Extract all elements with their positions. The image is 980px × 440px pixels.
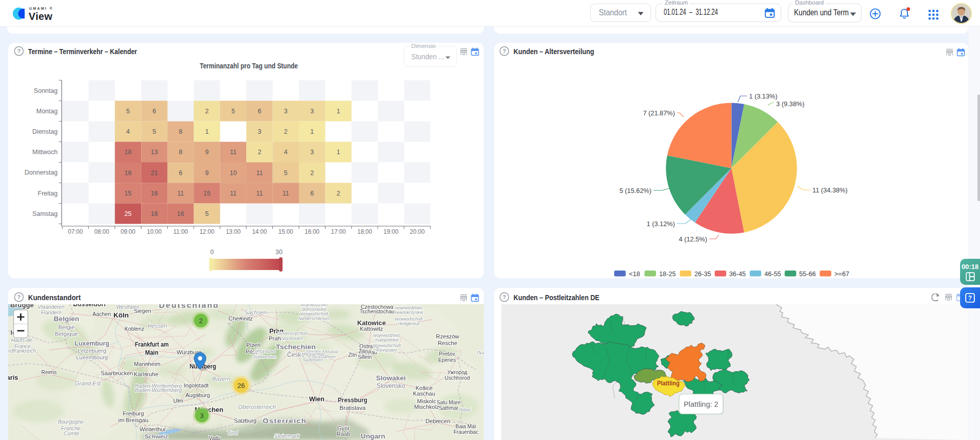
svg-text:Nordosten: Nordosten: [282, 336, 304, 341]
svg-text:21: 21: [151, 169, 158, 177]
svg-text:3: 3: [310, 108, 314, 115]
svg-text:Bourgogne-: Bourgogne-: [58, 419, 85, 425]
svg-text:Terminanzahl pro Tag und Stund: Terminanzahl pro Tag und Stunde: [200, 61, 298, 70]
svg-text:2: 2: [310, 169, 314, 177]
svg-text:30: 30: [275, 249, 283, 256]
svg-text:Uschhorod: Uschhorod: [445, 375, 470, 381]
svg-text:15: 15: [203, 190, 211, 197]
svg-text:Ungarn: Ungarn: [361, 432, 385, 440]
svg-text:Main: Main: [145, 349, 158, 356]
svg-text:Steiermark: Steiermark: [274, 433, 299, 439]
svg-text:Comté: Comté: [64, 431, 79, 436]
svg-text:1 (3.12%): 1 (3.12%): [647, 220, 675, 228]
svg-text:4: 4: [284, 149, 288, 156]
svg-text:Žilina: Žilina: [359, 348, 371, 354]
svg-text:16: 16: [177, 210, 184, 217]
svg-text:11 (34.38%): 11 (34.38%): [812, 186, 848, 194]
svg-text:9: 9: [205, 169, 208, 177]
svg-text:Siegen: Siegen: [134, 308, 151, 314]
svg-text:Luxemburg: Luxemburg: [75, 340, 109, 347]
svg-text:?: ?: [502, 294, 506, 300]
svg-text:16: 16: [125, 169, 132, 177]
svg-text:Baden-Württemberg: Baden-Württemberg: [135, 387, 182, 393]
svg-text:Belgien: Belgien: [54, 315, 79, 323]
svg-text:3: 3: [284, 108, 288, 115]
svg-text:2: 2: [284, 128, 288, 135]
svg-text:Bratislava: Bratislava: [340, 404, 366, 411]
svg-text:13:00: 13:00: [226, 228, 241, 235]
svg-text:Jihozapad: Jihozapad: [253, 349, 276, 354]
svg-text:Freiburg: Freiburg: [123, 410, 144, 417]
svg-text:7 (21.87%): 7 (21.87%): [643, 109, 675, 117]
svg-text:08:00: 08:00: [95, 228, 109, 235]
svg-text:8: 8: [179, 149, 182, 156]
svg-text:11: 11: [256, 169, 263, 177]
svg-text:1: 1: [310, 128, 314, 135]
svg-text:Schweiz: Schweiz: [145, 433, 168, 439]
svg-text:Bayern: Bayern: [212, 376, 230, 382]
svg-text:Kattowitz: Kattowitz: [360, 326, 383, 332]
svg-text:Tschenstochau: Tschenstochau: [360, 309, 394, 314]
svg-text:13: 13: [151, 149, 158, 156]
svg-text:Severovychod: Severovychod: [277, 331, 308, 336]
svg-text:15: 15: [125, 190, 132, 197]
svg-text:Vadu: Vadu: [208, 435, 220, 440]
svg-text:Kleinpolen: Kleinpolen: [376, 348, 397, 353]
svg-text:Letzebuerg: Letzebuerg: [78, 348, 106, 354]
svg-text:Mittwoch: Mittwoch: [32, 149, 57, 156]
svg-text:11: 11: [177, 190, 184, 197]
svg-text:1: 1: [337, 108, 340, 115]
svg-text:Luxembourg: Luxembourg: [76, 354, 108, 360]
svg-text:36-45: 36-45: [729, 270, 746, 278]
svg-text:Baia Mar: Baia Mar: [456, 424, 477, 429]
svg-text:Raab: Raab: [337, 431, 351, 437]
svg-text:Oberosterreich: Oberosterreich: [238, 404, 276, 410]
svg-text:Südosten: Südosten: [302, 357, 322, 362]
svg-text:Samstag: Samstag: [32, 210, 57, 217]
svg-text:Aachen: Aachen: [92, 311, 111, 317]
svg-text:aris: aris: [8, 374, 18, 381]
svg-text:Heiligkreuz: Heiligkreuz: [398, 321, 420, 326]
svg-text:6: 6: [310, 190, 314, 197]
svg-text:10:00: 10:00: [147, 228, 162, 235]
svg-text:Tirol: Tirol: [227, 430, 238, 436]
svg-text:Slovensko: Slovensko: [377, 382, 405, 389]
svg-text:3: 3: [200, 412, 203, 420]
svg-text:Frankfurt am: Frankfurt am: [135, 341, 169, 348]
svg-text:Dienstag: Dienstag: [32, 128, 57, 135]
svg-text:Köln: Köln: [113, 312, 129, 319]
svg-text:Zlín: Zlín: [348, 352, 357, 358]
svg-text:Slowakei: Slowakei: [376, 374, 406, 382]
svg-text:Oblast: Oblast: [457, 407, 471, 412]
svg-text:09:00: 09:00: [121, 228, 135, 235]
svg-text:14:00: 14:00: [252, 228, 267, 235]
svg-text:6: 6: [153, 108, 156, 115]
svg-text:10: 10: [229, 169, 237, 177]
svg-text:11: 11: [256, 190, 263, 197]
svg-text:malopolskie: malopolskie: [375, 337, 399, 343]
svg-text:11:00: 11:00: [173, 228, 188, 235]
svg-text:Resche: Resche: [438, 340, 457, 346]
svg-text:2: 2: [199, 317, 202, 325]
svg-text:6: 6: [258, 108, 261, 115]
svg-text:Niederschlesien: Niederschlesien: [298, 316, 331, 321]
svg-text:Jihovychod: Jihovychod: [300, 352, 325, 357]
svg-text:Brugge: Brugge: [10, 304, 34, 309]
svg-text:swietokrzyskie: swietokrzyskie: [394, 310, 424, 315]
svg-text:Grand Est: Grand Est: [75, 380, 101, 386]
svg-text:16: 16: [151, 210, 158, 217]
svg-text:16: 16: [151, 190, 158, 197]
svg-text:Plattling: Plattling: [657, 379, 680, 387]
svg-text:3: 3: [310, 149, 314, 156]
svg-text:1 (3.13%): 1 (3.13%): [749, 92, 777, 100]
svg-text:>=67: >=67: [834, 270, 849, 278]
svg-text:0: 0: [211, 249, 214, 256]
svg-text:5 (15.62%): 5 (15.62%): [619, 187, 651, 194]
svg-text:Sillein: Sillein: [358, 354, 371, 360]
svg-text:Südwesten: Südwesten: [253, 354, 276, 359]
svg-text:07:00: 07:00: [68, 228, 83, 235]
svg-text:Flandern: Flandern: [41, 310, 62, 315]
svg-text:18:00: 18:00: [357, 228, 372, 235]
svg-text:18: 18: [125, 149, 132, 156]
svg-text:?: ?: [17, 294, 20, 300]
